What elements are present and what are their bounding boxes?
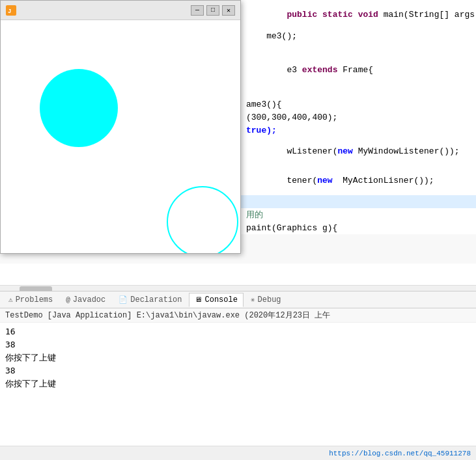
panel-tabs: ⚠ Problems @ Javadoc 📄 Declaration 🖥 Con…: [0, 291, 476, 308]
code-line: me3();: [241, 29, 476, 42]
debug-icon: ✳: [251, 295, 255, 304]
csdn-link[interactable]: https://blog.csdn.net/qq_45911278: [329, 450, 471, 457]
tab-javadoc[interactable]: @ Javadoc: [60, 293, 111, 307]
close-button[interactable]: ✕: [222, 5, 235, 16]
tab-declaration[interactable]: 📄 Declaration: [113, 293, 188, 307]
tab-console[interactable]: 🖥 Console: [189, 293, 243, 307]
code-line: tener(new MyActionLisner());: [241, 166, 476, 195]
javadoc-icon: @: [66, 296, 70, 304]
code-line: [241, 85, 476, 98]
cyan-circle-large: [40, 69, 118, 147]
console-icon: 🖥: [195, 295, 202, 304]
java-icon: J: [6, 5, 16, 16]
code-line: ame3(){: [241, 98, 476, 111]
console-line: 38: [5, 338, 471, 351]
declaration-icon: 📄: [119, 295, 128, 304]
console-line: 38: [5, 364, 471, 377]
tab-problems[interactable]: ⚠ Problems: [3, 293, 59, 307]
awt-titlebar: J — □ ✕: [1, 1, 240, 20]
code-line: 用的: [241, 208, 476, 221]
code-line-highlight: [241, 195, 476, 208]
code-line: e3 extends Frame{: [241, 55, 476, 85]
window-controls[interactable]: — □ ✕: [191, 5, 235, 16]
code-line: true);: [241, 124, 476, 137]
cyan-circle-outline: [167, 186, 238, 253]
console-line: 你按下了上键: [5, 351, 471, 364]
code-line: wListener(new MyWindowListener());: [241, 137, 476, 166]
console-line: 你按下了上键: [5, 377, 471, 390]
console-area[interactable]: 16 38 你按下了上键 38 你按下了上键: [0, 323, 476, 460]
svg-text:J: J: [8, 8, 11, 15]
problems-icon: ⚠: [8, 295, 13, 304]
tab-debug[interactable]: ✳ Debug: [245, 293, 287, 307]
console-bottom-bar: https://blog.csdn.net/qq_45911278: [0, 446, 476, 460]
maximize-button[interactable]: □: [206, 5, 219, 16]
code-line: (300,300,400,400);: [241, 111, 476, 124]
awt-canvas: [1, 20, 240, 253]
console-header: TestDemo [Java Application] E:\java1\bin…: [0, 308, 476, 323]
console-line: 16: [5, 325, 471, 338]
code-line: [241, 42, 476, 55]
bottom-panel: ⚠ Problems @ Javadoc 📄 Declaration 🖥 Con…: [0, 291, 476, 460]
awt-window: J — □ ✕: [0, 0, 241, 254]
code-line: public static void main(String[] args) {: [241, 0, 476, 29]
minimize-button[interactable]: —: [191, 5, 204, 16]
code-line: paint(Graphics g){: [241, 221, 476, 234]
